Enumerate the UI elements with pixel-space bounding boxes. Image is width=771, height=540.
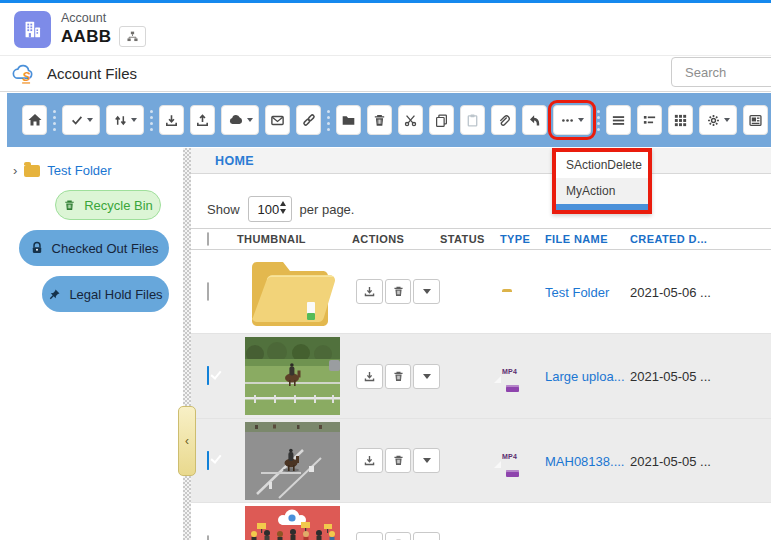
record-name: AABB [61,27,111,47]
legal-hold-files-label: Legal Hold Files [69,287,162,302]
link-icon [301,112,317,128]
list-view-button[interactable] [606,105,631,135]
row-more-button[interactable] [413,532,440,540]
detail-view-button[interactable] [637,105,662,135]
sort-button[interactable] [106,105,144,135]
email-button[interactable] [265,105,290,135]
settings-button[interactable] [699,105,737,135]
spinner-down-icon [280,209,286,214]
file-name-link[interactable]: MAH08138.... [545,454,625,469]
account-files-app: Account AABB S Account Files [0,0,771,540]
get-link-button[interactable] [296,105,321,135]
file-name-link[interactable]: Large uploa... [545,369,625,384]
clipboard-icon [465,113,480,128]
sidebar-item-test-folder[interactable]: › Test Folder [0,160,183,180]
column-header-created[interactable]: CREATED D... [630,233,771,245]
view-hierarchy-button[interactable] [119,26,146,47]
copy-button[interactable] [429,105,454,135]
row-more-button[interactable] [413,448,440,473]
video-thumbnail[interactable] [245,422,340,500]
new-folder-button[interactable] [336,105,361,135]
row-delete-button[interactable] [385,448,412,473]
select-all-checkbox[interactable] [207,232,209,246]
cut-button[interactable] [398,105,423,135]
row-checkbox[interactable] [207,366,209,385]
download-button[interactable] [159,105,184,135]
column-header-actions: ACTIONS [352,233,440,245]
row-delete-button[interactable] [385,364,412,389]
video-thumbnail[interactable] [245,337,340,415]
column-header-file-name[interactable]: FILE NAME [545,233,630,245]
folder-thumbnail[interactable] [245,254,337,330]
caret-down-icon [724,118,730,122]
page-size-input[interactable]: 100 [248,196,292,222]
menu-item-myaction[interactable]: MyAction [556,178,648,204]
folder-icon [24,165,40,177]
created-date: 2021-05-05 ... [630,369,711,384]
page-size-spinner[interactable] [280,201,286,214]
table-row: MP4 Large uploa... 2021-05-05 ... [191,334,771,419]
sort-arrows-icon [113,113,128,128]
home-button[interactable] [22,105,47,135]
copy-icon [434,113,449,128]
row-download-button[interactable] [356,448,383,473]
record-header: Account AABB [0,3,771,55]
row-more-button[interactable] [413,279,440,304]
row-delete-button[interactable] [385,532,412,540]
file-name-link[interactable]: Test Folder [545,285,609,300]
column-header-thumbnail: THUMBNAIL [237,233,352,245]
upload-button[interactable] [190,105,215,135]
move-button[interactable] [522,105,547,135]
files-cloud-logo-icon: S [10,63,38,85]
collapse-sidebar-handle[interactable]: ‹ [178,406,196,476]
row-checkbox[interactable] [207,451,209,470]
menu-item-sactiondelete[interactable]: SActionDelete [556,152,648,178]
sidebar-splitter[interactable]: ‹ [183,148,191,540]
more-actions-button[interactable]: SActionDelete MyAction [553,105,591,135]
grid-icon [673,113,688,128]
breadcrumb-home-link[interactable]: HOME [215,154,254,168]
download-icon [164,113,179,128]
row-download-button[interactable] [356,279,383,304]
column-header-type[interactable]: TYPE [500,233,545,245]
column-header-status: STATUS [440,233,500,245]
detail-list-icon [642,113,657,128]
folder-icon [341,113,356,128]
row-download-button[interactable] [356,364,383,389]
row-download-button[interactable] [356,532,383,540]
cloud-upload-button[interactable] [221,105,259,135]
created-date: 2021-05-06 ... [630,285,711,300]
per-page-label: per page. [300,202,355,217]
row-more-button[interactable] [413,364,440,389]
sidebar-legal-hold-files-button[interactable]: Legal Hold Files [42,276,169,312]
action-menu: SActionDelete MyAction [552,148,652,214]
card-view-button[interactable] [743,105,768,135]
list-icon [611,113,626,128]
chevron-right-icon: › [13,163,17,178]
row-delete-button[interactable] [385,279,412,304]
building-icon [22,19,43,40]
grid-view-button[interactable] [668,105,693,135]
paperclip-icon [496,113,511,128]
delete-button[interactable] [367,105,392,135]
attach-button[interactable] [491,105,516,135]
menu-highlight-strip [556,204,648,210]
sidebar-checked-out-files-button[interactable]: Checked Out Files [19,230,169,266]
sidebar-recycle-bin-button[interactable]: Recycle Bin [55,190,161,220]
file-toolbar: SActionDelete MyAction [7,93,771,147]
row-checkbox[interactable] [207,535,209,540]
select-button[interactable] [62,105,100,135]
page-size-value: 100 [258,202,280,217]
trash-icon [392,454,405,467]
paste-button[interactable] [460,105,485,135]
main-body: › Test Folder Recycle Bin Checked Out Fi… [0,148,771,540]
caret-down-icon [423,458,431,463]
lock-icon [30,241,44,255]
table-header: THUMBNAIL ACTIONS STATUS TYPE FILE NAME … [191,228,771,250]
undo-arrow-icon [527,113,542,128]
toolbar-separator [150,107,153,133]
image-thumbnail[interactable] [245,506,340,540]
search-input[interactable] [671,57,771,87]
checked-out-files-label: Checked Out Files [52,241,159,256]
row-checkbox[interactable] [207,282,209,301]
